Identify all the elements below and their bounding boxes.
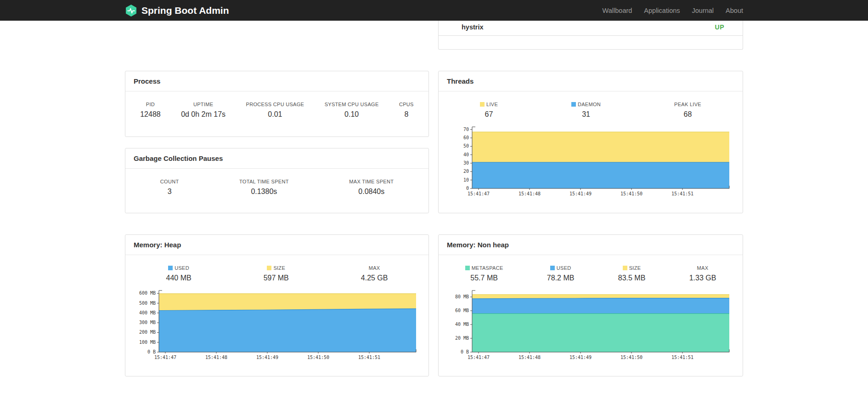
stat-value: 0.0840s	[349, 188, 394, 196]
main-content: hystrix UP Process PID 12488 UPTIME 0d 0…	[125, 21, 743, 376]
stat-label: SYSTEM CPU USAGE	[325, 102, 379, 107]
gc-card: Garbage Collection Pauses COUNT 3 TOTAL …	[125, 148, 429, 213]
spring-boot-admin-logo-icon	[125, 4, 137, 17]
legend-swatch-size	[267, 266, 271, 270]
legend-size: SIZE 597 MB	[264, 265, 289, 282]
threads-legend: LIVE 67 DAEMON 31 PEAK LIVE 68	[439, 91, 743, 124]
stat-label: UPTIME	[181, 102, 225, 107]
legend-label: USED	[166, 265, 192, 271]
svg-text:15:41:50: 15:41:50	[307, 355, 329, 360]
legend-value: 31	[571, 110, 601, 119]
gc-stats: COUNT 3 TOTAL TIME SPENT 0.1380s MAX TIM…	[125, 169, 428, 201]
application-name[interactable]: hystrix	[462, 23, 484, 31]
legend-size: SIZE 83.5 MB	[618, 265, 646, 282]
svg-text:15:41:48: 15:41:48	[519, 191, 541, 196]
svg-text:80 MB: 80 MB	[455, 294, 469, 299]
stat-gc-total-time: TOTAL TIME SPENT 0.1380s	[239, 179, 289, 196]
legend-label: SIZE	[618, 265, 646, 271]
stat-label: COUNT	[160, 179, 179, 184]
navbar-inner: Spring Boot Admin Wallboard Applications…	[125, 4, 743, 17]
svg-text:200 MB: 200 MB	[139, 330, 156, 335]
legend-label: SIZE	[264, 265, 289, 271]
legend-label: MAX	[361, 265, 388, 271]
applications-card: hystrix UP	[438, 21, 743, 50]
process-stats: PID 12488 UPTIME 0d 0h 2m 17s PROCESS CP…	[125, 91, 428, 124]
gc-card-title: Garbage Collection Pauses	[125, 148, 428, 169]
nav-links: Wallboard Applications Journal About	[597, 7, 743, 14]
svg-text:70: 70	[463, 127, 469, 132]
legend-swatch-metaspace	[465, 266, 470, 270]
brand[interactable]: Spring Boot Admin	[125, 4, 229, 17]
legend-max: MAX 4.25 GB	[361, 265, 388, 282]
svg-text:20: 20	[463, 169, 469, 174]
svg-text:0: 0	[466, 186, 469, 191]
legend-value: 55.7 MB	[465, 274, 503, 282]
stat-gc-count: COUNT 3	[160, 179, 179, 196]
legend-live: LIVE 67	[480, 102, 498, 119]
svg-text:20 MB: 20 MB	[455, 336, 469, 341]
svg-text:10: 10	[463, 177, 469, 182]
navbar: Spring Boot Admin Wallboard Applications…	[0, 0, 868, 21]
legend-value: 78.2 MB	[547, 274, 575, 282]
svg-text:15:41:51: 15:41:51	[671, 191, 693, 196]
process-card-title: Process	[125, 71, 428, 91]
stat-label: CPUS	[399, 102, 414, 107]
nonheap-chart: 0 B20 MB40 MB60 MB80 MB15:41:4715:41:481…	[445, 288, 743, 366]
nav-link-applications[interactable]: Applications	[638, 7, 686, 14]
legend-label: METASPACE	[465, 265, 503, 271]
nav-link-about[interactable]: About	[720, 7, 743, 14]
legend-label: DAEMON	[571, 102, 601, 107]
stat-value: 0.1380s	[239, 188, 289, 196]
legend-swatch-used	[550, 266, 555, 270]
status-badge: UP	[715, 23, 724, 31]
legend-label: MAX	[689, 265, 716, 271]
svg-text:15:41:49: 15:41:49	[569, 355, 592, 360]
svg-text:15:41:49: 15:41:49	[256, 355, 278, 360]
svg-text:15:41:47: 15:41:47	[154, 355, 176, 360]
svg-text:15:41:48: 15:41:48	[205, 355, 227, 360]
stat-system-cpu: SYSTEM CPU USAGE 0.10	[325, 102, 379, 119]
memory-heap-card-title: Memory: Heap	[125, 235, 428, 255]
legend-value: 1.33 GB	[689, 274, 716, 282]
legend-peak-live: PEAK LIVE 68	[674, 102, 701, 119]
svg-text:15:41:51: 15:41:51	[671, 355, 693, 360]
stat-uptime: UPTIME 0d 0h 2m 17s	[181, 102, 225, 119]
legend-value: 4.25 GB	[361, 274, 388, 282]
svg-text:15:41:50: 15:41:50	[620, 191, 643, 196]
stat-label: PID	[140, 102, 161, 107]
nav-link-wallboard[interactable]: Wallboard	[597, 7, 638, 14]
svg-text:0 B: 0 B	[461, 349, 469, 354]
svg-text:15:41:50: 15:41:50	[620, 355, 643, 360]
svg-text:60: 60	[463, 135, 469, 140]
legend-label: USED	[547, 265, 575, 271]
heap-legend: USED 440 MB SIZE 597 MB MAX 4.25 GB	[125, 255, 428, 288]
svg-text:60 MB: 60 MB	[455, 308, 469, 313]
legend-value: 597 MB	[264, 274, 289, 282]
process-card: Process PID 12488 UPTIME 0d 0h 2m 17s PR…	[125, 71, 429, 137]
stat-value: 0.01	[246, 110, 304, 119]
svg-text:500 MB: 500 MB	[139, 301, 156, 306]
stat-label: MAX TIME SPENT	[349, 179, 394, 184]
stat-pid: PID 12488	[140, 102, 161, 119]
svg-text:40 MB: 40 MB	[455, 322, 469, 327]
svg-text:15:41:49: 15:41:49	[569, 191, 592, 196]
legend-swatch-daemon	[571, 102, 576, 107]
legend-value: 440 MB	[166, 274, 192, 282]
svg-text:15:41:48: 15:41:48	[519, 355, 541, 360]
stat-value: 3	[160, 188, 179, 196]
legend-label: PEAK LIVE	[674, 102, 701, 107]
nav-link-journal[interactable]: Journal	[686, 7, 720, 14]
memory-nonheap-card-title: Memory: Non heap	[439, 235, 743, 255]
svg-text:400 MB: 400 MB	[139, 310, 156, 315]
svg-text:600 MB: 600 MB	[139, 290, 156, 296]
nonheap-legend: METASPACE 55.7 MB USED 78.2 MB SIZE 83.5…	[439, 255, 743, 288]
stat-value: 0d 0h 2m 17s	[181, 110, 225, 119]
threads-card: Threads LIVE 67 DAEMON 31 PEAK LIVE 68	[438, 71, 743, 213]
heap-chart: 0 B100 MB200 MB300 MB400 MB500 MB600 MB1…	[132, 288, 428, 366]
svg-text:0 B: 0 B	[147, 349, 156, 354]
svg-text:15:41:47: 15:41:47	[468, 191, 490, 196]
stat-value: 0.10	[325, 110, 379, 119]
legend-value: 67	[480, 110, 498, 119]
legend-metaspace: METASPACE 55.7 MB	[465, 265, 503, 282]
memory-heap-card: Memory: Heap USED 440 MB SIZE 597 MB MAX…	[125, 234, 429, 376]
